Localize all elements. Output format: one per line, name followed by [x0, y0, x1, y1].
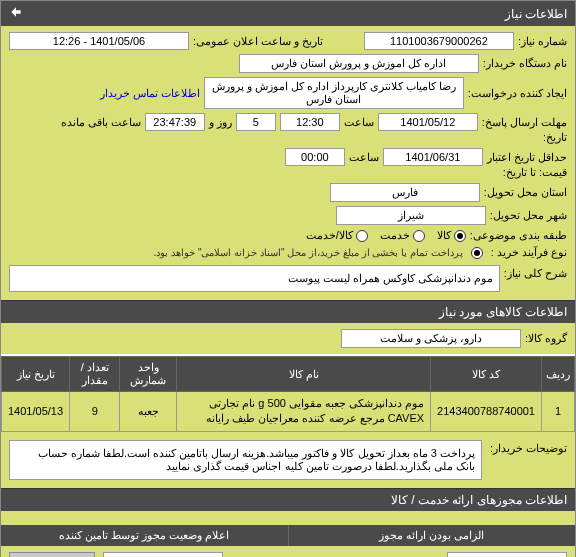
radio-dot-icon	[413, 230, 425, 242]
radio-both[interactable]: کالا/خدمت	[306, 229, 368, 242]
time-label-1: ساعت	[344, 116, 374, 129]
deadline-time: 12:30	[280, 113, 340, 131]
select-mandatory[interactable]: -- ▾	[447, 552, 567, 557]
radio-dot-icon	[356, 230, 368, 242]
goods-section-header: اطلاعات کالاهای مورد نیاز	[1, 300, 575, 323]
spacer	[1, 511, 575, 525]
buyer-notes-box: پرداخت 3 ماه بعداز تحویل کالا و فاکتور م…	[9, 440, 482, 480]
back-icon[interactable]	[9, 5, 23, 22]
goods-table: ردیف کد کالا نام کالا واحد شمارش تعداد /…	[1, 356, 575, 432]
form-area: شماره نیاز: 1101003679000262 تاریخ و ساع…	[1, 26, 575, 300]
th-code: کد کالا	[431, 357, 542, 392]
goods-group-row: گروه کالا: دارو، پزشکی و سلامت	[1, 323, 575, 354]
purchase-note: پرداخت تمام یا بخشی از مبلغ خرید،از محل …	[154, 247, 463, 258]
need-desc-box: موم دندانپزشکی کاوکس همراه لیست پیوست	[9, 265, 500, 292]
table-row: 1 2143400788740001 موم دندانپزشکی جعبه م…	[2, 392, 575, 432]
td-name: موم دندانپزشکی جعبه مقوایی 500 g نام تجا…	[177, 392, 431, 432]
select-status[interactable]: -- ▾	[103, 552, 223, 557]
announce-label: تاریخ و ساعت اعلان عمومی:	[193, 35, 323, 48]
th-name: نام کالا	[177, 357, 431, 392]
request-no-field: 1101003679000262	[364, 32, 514, 50]
td-unit: جعبه	[120, 392, 177, 432]
deadline-date: 1401/05/12	[378, 113, 478, 131]
td-date: 1401/05/13	[2, 392, 70, 432]
td-qty: 9	[70, 392, 120, 432]
deadline-sub-label: تاریخ:	[543, 131, 567, 144]
valid-label: حداقل تاریخ اعتبار	[487, 151, 567, 164]
contact-link[interactable]: اطلاعات تماس خریدار	[100, 87, 200, 100]
valid-sub-label: قیمت: تا تاریخ:	[503, 166, 567, 179]
th-qty: تعداد / مقدار	[70, 357, 120, 392]
requester-label: ایجاد کننده درخواست:	[468, 87, 567, 100]
radio-dot-checked-icon[interactable]	[471, 247, 483, 259]
header-title: اطلاعات نیاز	[505, 7, 567, 21]
days-label: روز و	[209, 116, 232, 129]
need-desc-label: شرح کلی نیاز:	[504, 263, 567, 280]
buyer-notes-label: توضیحات خریدار:	[490, 438, 567, 482]
th-date: تاریخ نیاز	[2, 357, 70, 392]
days-remaining: 5	[236, 113, 276, 131]
view-permit-button[interactable]: مشاهده مجوز	[9, 552, 95, 557]
category-label: طبقه بندی موضوعی:	[470, 229, 567, 242]
time-label-2: ساعت	[349, 151, 379, 164]
province-label: استان محل تحویل:	[484, 186, 567, 199]
split-bar: الزامی بودن ارائه مجوز اعلام وضعیت مجوز …	[1, 525, 575, 546]
valid-time: 00:00	[285, 148, 345, 166]
th-row: ردیف	[542, 357, 575, 392]
header-bar: اطلاعات نیاز	[1, 1, 575, 26]
buyer-org-label: نام دستگاه خریدار:	[483, 57, 567, 70]
buyer-notes-row: توضیحات خریدار: پرداخت 3 ماه بعداز تحویل…	[1, 432, 575, 488]
radio-goods[interactable]: کالا	[437, 229, 466, 242]
group-field: دارو، پزشکی و سلامت	[341, 329, 521, 348]
th-unit: واحد شمارش	[120, 357, 177, 392]
buyer-org-field: اداره کل اموزش و پرورش استان فارس	[239, 54, 479, 73]
group-label: گروه کالا:	[525, 332, 567, 345]
purchase-type-label: نوع فرآیند خرید :	[491, 246, 567, 259]
radio-dot-checked-icon	[454, 230, 466, 242]
remaining-label: ساعت باقی مانده	[61, 116, 141, 129]
radio-service[interactable]: خدمت	[380, 229, 425, 242]
radio-goods-label: کالا	[437, 229, 451, 242]
bottom-row: -- ▾ -- ▾ مشاهده مجوز	[1, 546, 575, 557]
main-container: اطلاعات نیاز شماره نیاز: 110100367900026…	[0, 0, 576, 557]
deadline-main-label: مهلت ارسال پاسخ:	[482, 116, 567, 129]
time-remaining: 23:47:39	[145, 113, 205, 131]
category-radio-group: کالا خدمت کالا/خدمت	[306, 229, 466, 242]
city-field: شیراز	[336, 206, 486, 225]
announce-field: 1401/05/06 - 12:26	[9, 32, 189, 50]
split-right: اعلام وضعیت مجوز توسط تامین کننده	[1, 525, 288, 546]
table-header-row: ردیف کد کالا نام کالا واحد شمارش تعداد /…	[2, 357, 575, 392]
radio-service-label: خدمت	[380, 229, 410, 242]
province-field: فارس	[330, 183, 480, 202]
split-left: الزامی بودن ارائه مجوز	[288, 525, 576, 546]
valid-date: 1401/06/31	[383, 148, 483, 166]
permits-section-header: اطلاعات مجوزهای ارائه خدمت / کالا	[1, 488, 575, 511]
td-idx: 1	[542, 392, 575, 432]
radio-both-label: کالا/خدمت	[306, 229, 353, 242]
td-code: 2143400788740001	[431, 392, 542, 432]
request-no-label: شماره نیاز:	[518, 35, 567, 48]
city-label: شهر محل تحویل:	[490, 209, 567, 222]
requester-field: رضا کامیاب کلانتری کارپرداز اداره کل امو…	[204, 77, 464, 109]
